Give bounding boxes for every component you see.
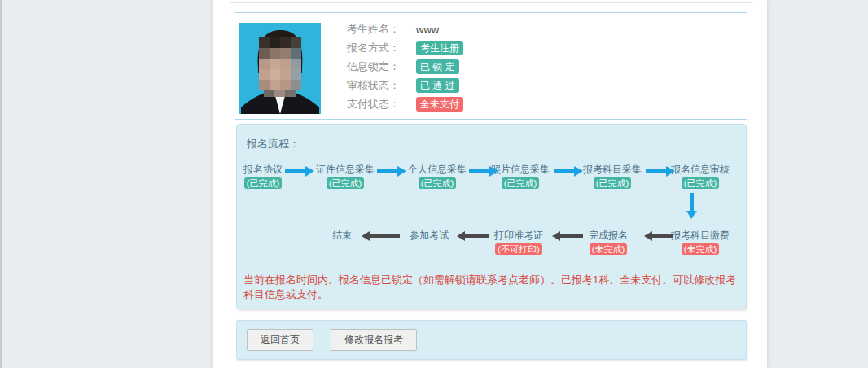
audit-status-badge: 已 通 过 [416,78,459,93]
arrow-right-icon [469,169,489,173]
step-status-badge: (已完成) [419,177,456,189]
step-status-badge: (未完成) [590,243,627,255]
info-row-audit-status: 审核状态： 已 通 过 [284,76,463,94]
step-status-badge: (已完成) [327,177,364,189]
arrow-down-icon [690,193,694,211]
arrow-right-icon [285,169,305,173]
previous-section-divider [230,2,753,3]
arrow-left-icon [370,234,400,238]
info-row-payment-status: 支付状态： 全未支付 [284,94,463,113]
registration-flow-panel: 报名流程： 报名协议 (已完成) 证件信息采集 (已完成) 个人信息采集 (已完… [236,124,747,309]
flow-step-credential-collect: 证件信息采集 (已完成) [316,164,375,190]
flow-step-take-exam: 参加考试 [410,230,449,241]
arrow-left-icon [560,234,583,238]
info-row-name: 考生姓名： www [284,20,463,38]
arrow-right-icon [554,169,574,173]
back-home-button[interactable]: 返回首页 [247,329,313,351]
flow-step-personal-info: 个人信息采集 (已完成) [408,164,467,190]
flow-step-print-admission-ticket: 打印准考证 (不可打印) [494,230,543,256]
flow-step-end: 结束 [332,230,352,241]
name-value: www [416,24,439,36]
flow-step-agreement: 报名协议 (已完成) [243,164,283,190]
flow-step-subject-payment: 报考科目缴费 (未完成) [671,230,730,256]
arrow-right-icon [646,169,666,173]
register-method-label: 报名方式： [284,41,400,55]
flow-title: 报名流程： [247,137,300,151]
candidate-info-panel: 考生姓名： www 报名方式： 考生注册 信息锁定： 已 锁 定 审核状态： 已… [235,12,747,120]
flow-step-subject-collect: 报考科目采集 (已完成) [583,164,642,190]
lock-status-label: 信息锁定： [284,59,400,74]
step-status-badge: (已完成) [682,177,719,189]
action-buttons-panel: 返回首页 修改报名报考 [236,320,747,360]
arrow-right-icon [377,169,397,173]
main-content-column: 考生姓名： www 报名方式： 考生注册 信息锁定： 已 锁 定 审核状态： 已… [213,0,767,368]
registration-status-notice: 当前在报名时间内。报名信息已锁定（如需解锁请联系考点老师）。已报考1科。全未支付… [243,273,742,302]
register-method-badge: 考生注册 [416,41,463,55]
arrow-left-icon [652,234,673,238]
step-status-badge: (已完成) [502,177,539,189]
candidate-info-rows: 考生姓名： www 报名方式： 考生注册 信息锁定： 已 锁 定 审核状态： 已… [284,20,463,113]
info-row-lock-status: 信息锁定： 已 锁 定 [284,57,463,76]
flow-step-photo-collect: 照片信息采集 (已完成) [491,164,550,190]
name-label: 考生姓名： [284,22,400,37]
step-status-badge: (已完成) [594,177,631,189]
step-status-badge: (已完成) [244,177,282,189]
modify-registration-button[interactable]: 修改报名报考 [331,329,417,351]
payment-status-label: 支付状态： [284,97,400,112]
payment-status-badge: 全未支付 [416,97,463,112]
flow-step-info-audit: 报名信息审核 (已完成) [671,164,730,190]
step-status-badge: (未完成) [682,243,719,255]
info-row-register-method: 报名方式： 考生注册 [284,38,463,57]
page-left-border [0,0,2,368]
flow-step-complete-registration: 完成报名 (未完成) [589,230,628,256]
step-status-badge: (不可打印) [495,243,541,255]
lock-status-badge: 已 锁 定 [416,59,459,74]
audit-status-label: 审核状态： [284,78,400,93]
arrow-left-icon [465,234,489,238]
